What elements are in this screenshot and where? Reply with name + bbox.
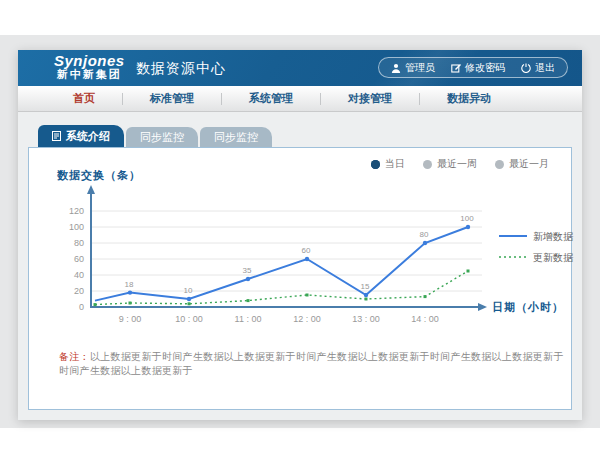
data-point — [424, 295, 427, 298]
data-point — [94, 303, 97, 306]
data-point — [187, 297, 191, 301]
data-point-label: 15 — [361, 282, 370, 291]
user-menu-admin[interactable]: 管理员 — [391, 61, 435, 75]
data-point-label: 10 — [184, 286, 193, 295]
series-line-更新数据 — [95, 271, 468, 305]
nav-item-standard-mgmt[interactable]: 标准管理 — [123, 91, 221, 106]
page-title: 数据资源中心 — [136, 60, 226, 78]
radio-icon — [423, 160, 432, 169]
data-point — [129, 302, 132, 305]
data-point — [365, 298, 368, 301]
chart-panel: 当日 最近一周 最近一月 数据交换（条） 0204060801001209 : … — [28, 147, 572, 410]
filter-last-week[interactable]: 最近一周 — [423, 157, 477, 171]
x-axis-title: 日期（小时） — [492, 301, 564, 314]
x-tick-label: 11 : 00 — [235, 314, 262, 324]
data-point — [128, 290, 132, 294]
data-point — [306, 294, 309, 297]
edit-icon — [451, 63, 461, 73]
y-tick-label: 60 — [74, 254, 84, 264]
logo-brand-text: Synjones — [54, 53, 125, 69]
data-point — [423, 241, 427, 245]
time-range-filter: 当日 最近一周 最近一月 — [371, 157, 549, 171]
line-chart-svg: 0204060801001209 : 0010 : 0011 : 0012 : … — [37, 178, 585, 336]
footnote-prefix: 备注： — [59, 351, 90, 362]
radio-icon — [495, 160, 504, 169]
data-point — [247, 299, 250, 302]
filter-today-label: 当日 — [385, 157, 405, 171]
app-window: Synjones 新中新集团 数据资源中心 管理员 修改密码 退出 首页 标准管… — [18, 50, 582, 420]
x-axis-arrow — [478, 303, 487, 311]
tab-system-intro[interactable]: 系统介绍 — [38, 125, 124, 147]
x-tick-label: 12 : 00 — [293, 314, 321, 324]
nav-item-data-change[interactable]: 数据异动 — [420, 91, 518, 106]
nav-item-home[interactable]: 首页 — [46, 91, 122, 106]
tab-bar: 系统介绍 同步监控 同步监控 — [38, 125, 582, 147]
logo-company-name: 新中新集团 — [54, 69, 125, 81]
user-menu-admin-label: 管理员 — [405, 61, 435, 75]
x-tick-label: 9 : 00 — [119, 314, 142, 324]
filter-today[interactable]: 当日 — [371, 157, 405, 171]
filter-last-week-label: 最近一周 — [437, 157, 477, 171]
line-chart: 0204060801001209 : 0010 : 0011 : 0012 : … — [37, 178, 585, 336]
data-point-label: 35 — [243, 266, 252, 275]
legend-label: 新增数据 — [533, 231, 574, 242]
user-menu: 管理员 修改密码 退出 — [378, 57, 568, 78]
y-axis-arrow — [87, 185, 95, 194]
nav-item-system-mgmt[interactable]: 系统管理 — [222, 91, 320, 106]
y-tick-label: 0 — [79, 302, 84, 312]
logout-label: 退出 — [535, 61, 555, 75]
y-tick-label: 120 — [69, 206, 84, 216]
x-tick-label: 13 : 00 — [352, 314, 380, 324]
company-logo: Synjones 新中新集团 — [54, 53, 125, 80]
document-icon — [52, 131, 61, 141]
tab-sync-monitor-2[interactable]: 同步监控 — [200, 127, 272, 147]
nav-item-interface-mgmt[interactable]: 对接管理 — [321, 91, 419, 106]
data-point-label: 80 — [420, 230, 429, 239]
power-icon — [521, 63, 531, 73]
user-icon — [391, 63, 401, 73]
x-tick-label: 14 : 00 — [411, 314, 439, 324]
tab-sync-monitor-2-label: 同步监控 — [214, 130, 258, 145]
legend-label: 更新数据 — [533, 252, 574, 263]
y-tick-label: 100 — [69, 222, 84, 232]
change-password-label: 修改密码 — [465, 61, 505, 75]
footnote: 备注：以上数据更新于时间产生数据以上数据更新于时间产生数据以上数据更新于时间产生… — [59, 350, 571, 378]
x-tick-label: 10 : 00 — [175, 314, 203, 324]
data-point — [188, 302, 191, 305]
app-header: Synjones 新中新集团 数据资源中心 管理员 修改密码 退出 — [18, 50, 582, 86]
change-password-button[interactable]: 修改密码 — [451, 61, 505, 75]
tab-system-intro-label: 系统介绍 — [66, 129, 110, 144]
data-point — [466, 225, 470, 229]
footnote-text: 以上数据更新于时间产生数据以上数据更新于时间产生数据以上数据更新于时间产生数据以… — [59, 351, 564, 376]
data-point — [305, 257, 309, 261]
data-point-label: 100 — [460, 214, 474, 223]
data-point-label: 60 — [302, 246, 311, 255]
filter-last-month-label: 最近一月 — [509, 157, 549, 171]
y-tick-label: 80 — [74, 238, 84, 248]
radio-selected-icon — [371, 160, 380, 169]
y-tick-label: 40 — [74, 270, 84, 280]
data-point — [246, 277, 250, 281]
logout-button[interactable]: 退出 — [521, 61, 555, 75]
data-point — [467, 270, 470, 273]
tab-sync-monitor-1[interactable]: 同步监控 — [126, 127, 198, 147]
data-point — [364, 293, 368, 297]
filter-last-month[interactable]: 最近一月 — [495, 157, 549, 171]
series-line-新增数据 — [95, 227, 468, 301]
tab-sync-monitor-1-label: 同步监控 — [140, 130, 184, 145]
y-tick-label: 20 — [74, 286, 84, 296]
data-point-label: 18 — [125, 280, 134, 289]
main-nav: 首页 标准管理 系统管理 对接管理 数据异动 — [18, 86, 582, 112]
